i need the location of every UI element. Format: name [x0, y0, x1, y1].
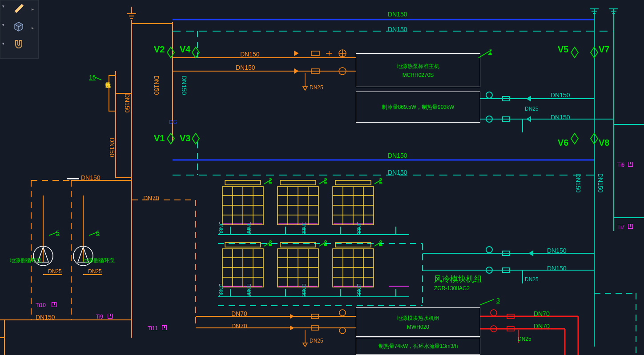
ti6-box [628, 162, 633, 167]
gshp-spec: 制冷量869.5W，制热量903kW [382, 104, 455, 111]
palette-expand-2[interactable]: ▸ [32, 25, 34, 30]
svg-point-28 [491, 310, 497, 316]
svg-rect-19 [280, 180, 316, 185]
equip-hw-spec: 制热量74kW，循环水流量13m3/h [356, 338, 480, 355]
gshp-title: 地源热泵标准主机 [397, 63, 439, 70]
svg-point-12 [486, 247, 492, 253]
ti7-box [628, 224, 633, 229]
hw-model: MWH020 [407, 324, 429, 330]
palette-tick-2: ▾ [2, 23, 4, 27]
svg-point-4 [339, 310, 346, 316]
palette-expand-1[interactable]: ▸ [32, 7, 34, 12]
svg-rect-17 [225, 180, 261, 185]
equip-gshp-spec: 制冷量869.5W，制热量903kW [356, 92, 480, 123]
tool-pencil[interactable] [13, 1, 28, 16]
tool-magnet[interactable] [13, 39, 28, 54]
ti11-box [162, 325, 167, 330]
ti10-box [52, 302, 56, 307]
svg-rect-21 [335, 180, 371, 185]
svg-rect-1 [311, 51, 319, 56]
gshp-model: MCRH0270S [402, 72, 434, 78]
palette-tick-1: ▾ [2, 4, 4, 8]
ti9-box [108, 314, 113, 319]
svg-point-6 [339, 327, 346, 334]
palette-tick-3: ▾ [2, 41, 4, 46]
equip-gshp-main: 地源热泵标准主机 MCRH0270S [356, 53, 480, 87]
cad-palette: ▾ ▸ ▾ ▸ ▾ [0, 0, 39, 59]
tool-cube[interactable] [13, 20, 28, 35]
hw-spec: 制热量74kW，循环水流量13m3/h [378, 343, 458, 350]
equip-hw-main: 地源模块热水机组 MWH020 [356, 307, 480, 337]
hw-title: 地源模块热水机组 [397, 315, 439, 322]
svg-point-8 [486, 92, 492, 98]
